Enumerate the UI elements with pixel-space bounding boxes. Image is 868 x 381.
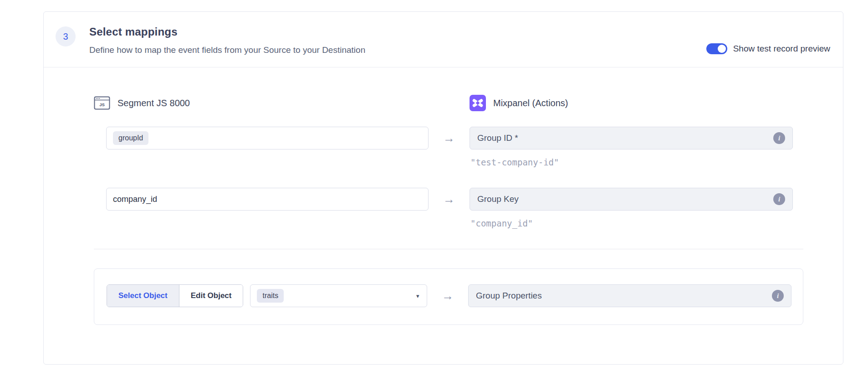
destination-column-header: Mixpanel (Actions)	[470, 95, 803, 111]
select-object-button[interactable]: Select Object	[107, 285, 179, 307]
source-field-input[interactable]: company_id	[106, 188, 429, 211]
mapping-row: company_id → Group Key i "company_id"	[94, 188, 803, 228]
browser-js-icon: JS	[94, 95, 110, 111]
destination-field-label: Group ID *	[477, 133, 518, 143]
mixpanel-icon	[470, 95, 486, 111]
header-text: Select mappings Define how to map the ev…	[89, 26, 365, 55]
info-icon[interactable]: i	[772, 290, 784, 302]
card-header: 3 Select mappings Define how to map the …	[44, 12, 843, 67]
arrow-right-icon: →	[429, 188, 470, 211]
source-name: Segment JS 8000	[117, 98, 190, 108]
column-headers: JS Segment JS 8000 Mixpa	[94, 95, 803, 111]
arrow-right-icon: →	[427, 284, 468, 307]
destination-field: Group Key i	[470, 188, 793, 211]
show-test-record-toggle[interactable]	[706, 43, 727, 54]
object-source-dropdown[interactable]: traits ▾	[250, 284, 427, 307]
test-record-preview-value: "company_id"	[470, 218, 803, 228]
source-field-chip[interactable]: groupId	[113, 131, 148, 145]
source-field-input[interactable]: groupId	[106, 127, 429, 149]
select-mappings-card: 3 Select mappings Define how to map the …	[43, 11, 843, 365]
chevron-down-icon: ▾	[416, 293, 419, 299]
test-record-toggle-group: Show test record preview	[706, 43, 830, 55]
section-divider	[94, 249, 803, 249]
dropdown-selected-chip: traits	[257, 289, 284, 303]
object-controls: Select Object Edit Object traits ▾	[94, 284, 427, 307]
source-field-value[interactable]: company_id	[113, 195, 157, 204]
destination-name: Mixpanel (Actions)	[493, 98, 568, 108]
mappings-body: JS Segment JS 8000 Mixpa	[44, 67, 843, 352]
destination-field-label: Group Key	[477, 194, 519, 204]
destination-field: Group ID * i	[470, 127, 793, 149]
destination-field: Group Properties i	[468, 284, 791, 307]
destination-field-label: Group Properties	[476, 291, 542, 301]
edit-object-button[interactable]: Edit Object	[179, 285, 243, 307]
page-subtitle: Define how to map the event fields from …	[89, 45, 365, 55]
toggle-label: Show test record preview	[733, 44, 830, 54]
arrow-right-icon: →	[429, 127, 470, 149]
object-mapping-card: Select Object Edit Object traits ▾ → Gro…	[94, 268, 803, 325]
object-mode-button-group: Select Object Edit Object	[107, 284, 243, 307]
source-column-header: JS Segment JS 8000	[94, 95, 429, 111]
test-record-preview-value: "test-company-id"	[470, 157, 803, 167]
svg-text:JS: JS	[99, 102, 105, 107]
info-icon[interactable]: i	[773, 132, 785, 144]
page-title: Select mappings	[89, 26, 365, 38]
toggle-knob-icon	[718, 45, 726, 53]
header-left: 3 Select mappings Define how to map the …	[56, 26, 365, 55]
mapping-row: groupId → Group ID * i "test-company-id"	[94, 127, 803, 167]
step-number-badge: 3	[56, 26, 76, 46]
info-icon[interactable]: i	[773, 193, 785, 205]
